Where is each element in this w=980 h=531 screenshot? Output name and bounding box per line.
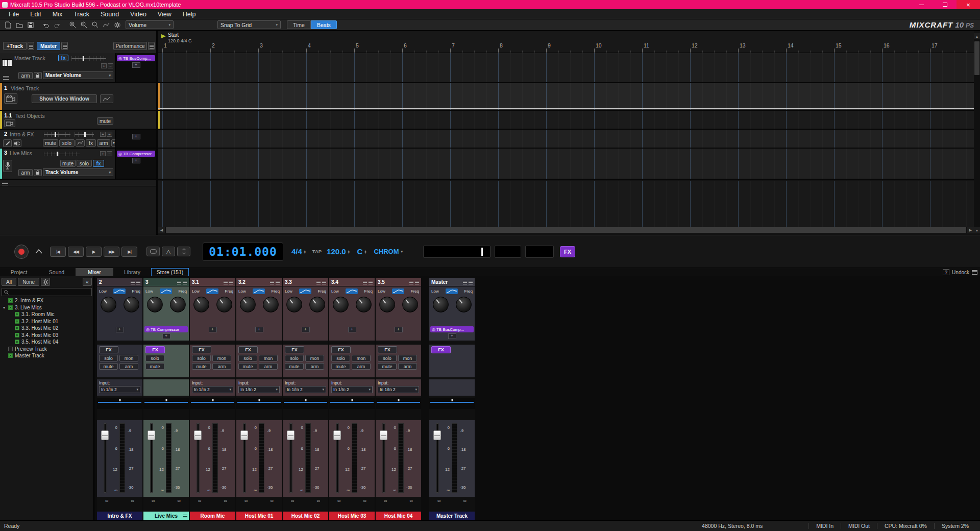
- track-checkbox[interactable]: ✕: [15, 312, 19, 317]
- pan-slider[interactable]: [283, 398, 328, 409]
- arm-button[interactable]: arm: [305, 363, 324, 370]
- pan-slider[interactable]: [143, 398, 189, 409]
- time-display[interactable]: 01:01.000: [203, 243, 283, 261]
- video-track-row[interactable]: 1 Video Track Show Video Window: [0, 83, 156, 111]
- track-checkbox[interactable]: ✕: [15, 340, 19, 344]
- tab-project[interactable]: Project: [0, 268, 38, 276]
- arm-button[interactable]: arm: [119, 363, 138, 370]
- arm-button[interactable]: arm: [259, 363, 278, 370]
- channel-label[interactable]: Intro & FX: [97, 512, 142, 520]
- input-select[interactable]: In 1/In 2 ▾: [285, 386, 326, 393]
- low-gain-knob[interactable]: [240, 297, 256, 312]
- channel-view-icon[interactable]: [363, 280, 367, 284]
- mon-button[interactable]: mon: [398, 355, 417, 361]
- mixer-search-input[interactable]: [2, 288, 92, 296]
- timeline-vertical-scrollbar[interactable]: ▲ ▼: [974, 33, 980, 233]
- track-list-view-icon[interactable]: [28, 42, 34, 50]
- time-mode-button[interactable]: Time: [287, 20, 311, 29]
- low-gain-knob[interactable]: [147, 297, 163, 312]
- expander-icon[interactable]: ▼: [2, 306, 6, 309]
- solo-button[interactable]: solo: [238, 355, 257, 361]
- loop-mode-button[interactable]: [146, 247, 160, 256]
- channel-menu-icon[interactable]: [469, 280, 473, 284]
- channel-header[interactable]: 3.5: [376, 278, 421, 286]
- punch-in-out-button[interactable]: [177, 247, 190, 256]
- master-plugin-chip[interactable]: ◎ TB BusComp...: [117, 55, 155, 61]
- plus-button[interactable]: +: [100, 132, 106, 137]
- mute-button[interactable]: mute: [238, 363, 257, 370]
- arm-button[interactable]: arm: [352, 363, 371, 370]
- freq-knob[interactable]: [456, 297, 472, 312]
- channel-menu-icon[interactable]: [183, 280, 187, 284]
- eq-curve-icon[interactable]: [299, 288, 311, 294]
- time-signature[interactable]: 4/4: [291, 247, 302, 256]
- track-list-item[interactable]: ✕2. Intro & FX: [0, 297, 93, 304]
- signature-spinner[interactable]: ▲▼: [304, 250, 306, 254]
- track-list-item[interactable]: ✕3.2. Host Mic 01: [0, 318, 93, 325]
- menu-mix[interactable]: Mix: [47, 10, 68, 19]
- plus-button[interactable]: +: [100, 151, 106, 156]
- eq-curve-icon[interactable]: [206, 288, 218, 294]
- eq-curve-icon[interactable]: [160, 288, 172, 294]
- channel-header[interactable]: Master: [429, 278, 475, 286]
- maximize-button[interactable]: [933, 0, 957, 9]
- channel-menu-icon[interactable]: [136, 280, 140, 284]
- scroll-down-icon[interactable]: ▼: [974, 227, 980, 233]
- track-list-item[interactable]: ▼✕3. Live Mics: [0, 304, 93, 311]
- lane-empty[interactable]: [158, 181, 974, 227]
- master-show-button[interactable]: Master: [37, 42, 60, 50]
- volume-handle[interactable]: [481, 248, 483, 256]
- channel-view-icon[interactable]: [177, 280, 181, 284]
- channel-label[interactable]: Host Mic 01: [236, 512, 282, 520]
- timeline-ruler[interactable]: Start 120.0 4/4 C 1234567891011121314151…: [158, 31, 974, 53]
- fx-button[interactable]: FX: [238, 346, 258, 353]
- scroll-left-icon[interactable]: ◀: [158, 227, 165, 233]
- menu-view[interactable]: View: [152, 10, 177, 19]
- freq-knob[interactable]: [309, 297, 325, 312]
- speaker-icon[interactable]: [13, 139, 21, 147]
- add-effect-button[interactable]: +: [348, 327, 356, 332]
- tab-library[interactable]: Library: [113, 268, 151, 276]
- rewind-button[interactable]: ◀◀: [68, 247, 84, 257]
- automation-param-select[interactable]: Volume▾: [126, 20, 174, 29]
- fx-button[interactable]: FX: [99, 346, 118, 353]
- solo-button[interactable]: solo: [59, 139, 75, 147]
- undock-button[interactable]: Undock: [952, 270, 969, 275]
- eq-curve-icon[interactable]: [113, 288, 126, 294]
- microphone-icon[interactable]: [3, 160, 12, 172]
- undo-icon[interactable]: [41, 20, 51, 30]
- lane-live-mics[interactable]: [158, 149, 974, 180]
- channel-header[interactable]: 3.3: [283, 278, 328, 286]
- start-marker-flag-icon[interactable]: [161, 34, 166, 38]
- close-button[interactable]: ×: [957, 0, 980, 9]
- channel-menu-icon[interactable]: [276, 280, 280, 284]
- zoom-fit-icon[interactable]: [90, 20, 100, 30]
- mute-button[interactable]: mute: [378, 363, 397, 370]
- text-objects-row[interactable]: 1.1 Text Objects mute: [0, 111, 156, 130]
- fx-button[interactable]: fx: [93, 160, 104, 167]
- envelope-icon[interactable]: [101, 20, 111, 30]
- select-all-button[interactable]: All: [2, 278, 16, 286]
- lock-icon[interactable]: [34, 169, 42, 176]
- tempo-spinner[interactable]: ▲▼: [348, 250, 350, 254]
- volume-fader[interactable]: [101, 423, 109, 493]
- volume-fader[interactable]: [240, 423, 248, 493]
- track-list-item[interactable]: ✕3.5. Host Mic 04: [0, 339, 93, 346]
- collapse-sidebar-button[interactable]: «: [83, 278, 92, 286]
- low-gain-knob[interactable]: [286, 297, 302, 312]
- scale-mode-select[interactable]: CHROM▾: [374, 248, 403, 255]
- text-mute-button[interactable]: mute: [97, 117, 113, 125]
- channel-menu-icon[interactable]: [369, 280, 373, 284]
- fx-button[interactable]: FX: [192, 346, 211, 353]
- freq-knob[interactable]: [124, 297, 139, 312]
- channel-menu-icon[interactable]: [229, 280, 233, 284]
- solo-button[interactable]: solo: [378, 355, 397, 361]
- tab-store-151-[interactable]: Store (151): [151, 268, 189, 276]
- channel-header[interactable]: 3.2: [236, 278, 282, 286]
- channel-label[interactable]: Host Mic 02: [283, 512, 328, 520]
- pan-slider[interactable]: [236, 398, 282, 409]
- fader-handle[interactable]: [433, 430, 441, 440]
- next-track-row-partial[interactable]: [0, 180, 156, 186]
- channel-view-icon[interactable]: [316, 280, 321, 284]
- menu-help[interactable]: Help: [177, 10, 202, 19]
